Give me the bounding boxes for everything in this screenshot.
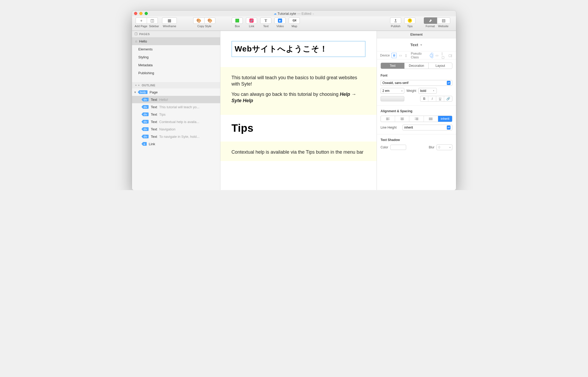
italic-button[interactable]: I <box>428 96 436 101</box>
tab-text[interactable]: Text <box>381 63 405 69</box>
tool-wireframe-group: ▦ Wireframe <box>162 17 177 28</box>
intro-paragraph-1[interactable]: This tutorial will teach you the basics … <box>231 74 366 87</box>
element-preview: Contextual help is availa... <box>159 120 220 124</box>
sidebar: ❐ PAGES ⌂ Hello Elements Styling Metadat… <box>132 31 220 190</box>
shadow-color-swatch[interactable] <box>390 145 406 150</box>
align-center-button[interactable] <box>395 116 409 122</box>
element-role: Text <box>151 98 157 102</box>
font-color-swatch[interactable] <box>381 96 404 101</box>
link-button[interactable]: 🔗 <box>246 17 257 24</box>
maximize-button[interactable] <box>145 12 148 15</box>
tool-label: Link <box>249 25 254 28</box>
sidebar-item-elements[interactable]: Elements <box>132 45 220 53</box>
tablet-icon[interactable]: ▭ <box>398 53 403 58</box>
alignment-buttons: inherit <box>381 116 452 122</box>
align-inherit-button[interactable]: inherit <box>438 116 452 122</box>
canvas-block-intro[interactable]: This tutorial will teach you the basics … <box>220 67 377 115</box>
element-type-selector[interactable]: Text ▼ <box>377 38 456 51</box>
link-style-button[interactable]: 🔗 <box>444 96 452 101</box>
add-page-button[interactable]: ＋ <box>136 17 147 24</box>
close-button[interactable] <box>134 12 137 15</box>
minimize-button[interactable] <box>139 12 143 15</box>
sidebar-toggle-button[interactable]: ◫ <box>147 17 158 24</box>
font-family-select[interactable]: Oswald, sans-serif ▴▾ <box>381 80 452 86</box>
tool-label: Format Website <box>426 25 449 28</box>
font-size-value: 2 em <box>382 89 390 93</box>
font-weight-select[interactable]: bold ▾ <box>418 88 437 94</box>
chevron-down-icon[interactable]: ⌄ <box>312 12 314 15</box>
intro-paragraph-2[interactable]: You can always go back to this tutorial … <box>231 91 366 104</box>
text-button[interactable]: T <box>260 17 271 24</box>
disclosure-triangle[interactable]: ▼ <box>134 91 137 94</box>
line-height-select[interactable]: inherit ▴▾ <box>402 125 452 130</box>
format-button[interactable] <box>424 17 437 24</box>
desktop-icon[interactable]: 🖥 <box>391 53 397 58</box>
outline-row-text-hello[interactable]: div Text Hello! <box>132 96 220 103</box>
website-button[interactable]: ▤ <box>437 17 450 24</box>
tab-layout[interactable]: Layout <box>429 63 452 69</box>
shadow-blur-value: 0 <box>438 145 440 149</box>
tool-label: Map <box>292 25 297 28</box>
copy-style-button[interactable]: 🎨 <box>193 17 204 24</box>
outline-header-label: OUTLINE <box>142 84 155 87</box>
phone-icon[interactable]: ▯ <box>404 53 408 58</box>
align-right-button[interactable] <box>409 116 424 122</box>
outline-row[interactable]: div Text This tutorial will teach yo... <box>132 103 220 111</box>
canvas-block-tips-body[interactable]: Contextual help is available via the Tip… <box>220 142 377 161</box>
bold-button[interactable]: B <box>420 96 428 101</box>
tips-paragraph[interactable]: Contextual help is available via the Tip… <box>231 149 366 155</box>
titlebar: ☁ Tutorial.syte — Edited ⌄ <box>132 11 456 16</box>
outline-row-link[interactable]: a Link <box>132 140 220 148</box>
pseudo-active-icon[interactable]: |▢ <box>441 51 446 60</box>
map-button[interactable]: 🗺 <box>289 17 300 24</box>
outline-row[interactable]: div Text Navigation <box>132 125 220 133</box>
outline-row[interactable]: div Text To navigate in Syte, hold... <box>132 133 220 140</box>
underline-button[interactable]: U <box>436 96 444 101</box>
heading-text[interactable]: Webサイトへようこそ！ <box>235 44 362 54</box>
selected-element[interactable]: Webサイトへようこそ！ <box>231 41 366 57</box>
element-tag: body <box>138 90 148 94</box>
pseudo-hover-icon[interactable]: ▭ <box>435 53 439 58</box>
line-height-label: Line Height <box>381 126 400 129</box>
tips-button[interactable]: ? <box>404 17 415 24</box>
pseudo-focus-icon[interactable]: ▢| <box>448 53 453 58</box>
element-tag: div <box>141 120 149 124</box>
canvas[interactable]: Webサイトへようこそ！ This tutorial will teach yo… <box>220 31 377 190</box>
element-tag: div <box>141 105 149 109</box>
video-button[interactable]: ▶ <box>274 17 286 24</box>
sidebar-item-styling[interactable]: Styling <box>132 53 220 61</box>
sidebar-item-publishing[interactable]: Publishing <box>132 69 220 77</box>
element-tag: div <box>141 135 149 138</box>
shadow-section-title: Text Shadow <box>381 138 452 142</box>
canvas-block-tips-heading[interactable]: Tips <box>220 115 377 142</box>
tool-addpage-group: ＋ ◫ Add Page Sidebar <box>135 17 159 28</box>
tab-decoration[interactable]: Decoration <box>405 63 428 69</box>
paste-style-button[interactable]: 🎨 <box>204 17 215 24</box>
box-button[interactable] <box>232 17 243 24</box>
element-tag: a <box>141 142 147 146</box>
shadow-blur-input[interactable]: 0 ▾ <box>437 144 452 150</box>
device-label: Device <box>380 54 390 57</box>
tool-copystyle-group: 🎨 🎨 Copy Style <box>193 17 215 28</box>
tips-heading[interactable]: Tips <box>231 122 366 134</box>
shadow-color-label: Color <box>381 145 388 149</box>
outline-row[interactable]: div Text Contextual help is availa... <box>132 118 220 125</box>
align-left-button[interactable] <box>381 116 395 122</box>
element-preview: Tips <box>159 112 220 116</box>
sidebar-item-hello[interactable]: ⌂ Hello <box>132 37 220 45</box>
text-style-group: B I U 🔗 <box>420 96 452 102</box>
wireframe-button[interactable]: ▦ <box>162 17 177 24</box>
pseudo-none-icon[interactable]: ⃝ <box>431 53 433 58</box>
device-row: Device 🖥 ▭ ▯ Pseudo Class ⃝ ▭ |▢ ▢| <box>377 51 456 59</box>
outline-row[interactable]: div Text Tips <box>132 111 220 118</box>
publish-button[interactable] <box>390 17 401 24</box>
outline-row-body[interactable]: ▼ body Page <box>132 88 220 96</box>
tool-label: Add Page Sidebar <box>135 25 159 28</box>
element-role: Text <box>151 120 157 124</box>
element-preview: To navigate in Syte, hold... <box>159 135 220 139</box>
font-section-title: Font <box>381 74 452 77</box>
tool-box-group: Box <box>232 17 243 28</box>
sidebar-item-metadata[interactable]: Metadata <box>132 61 220 69</box>
font-size-input[interactable]: 2 em ▾ <box>381 88 404 94</box>
align-justify-button[interactable] <box>424 116 438 122</box>
